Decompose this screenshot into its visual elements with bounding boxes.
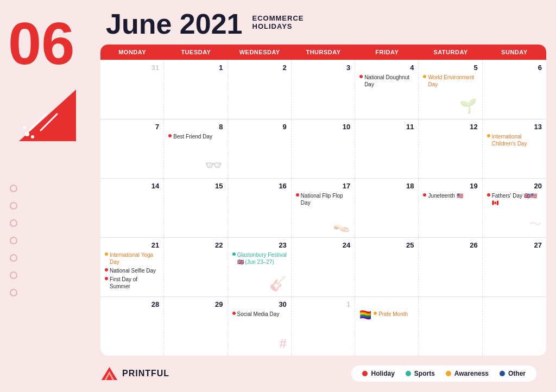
week-5: 28 29 30 Social Media Day # 1 bbox=[100, 296, 546, 356]
date-16: 16 bbox=[232, 182, 287, 190]
event-dot-flipflop bbox=[296, 193, 299, 197]
date-3: 3 bbox=[296, 64, 350, 72]
decorative-triangle bbox=[14, 84, 79, 144]
week-1: 31 1 2 3 4 National Doughnut Day bbox=[100, 60, 546, 119]
cell-26: 26 bbox=[419, 238, 482, 296]
month-title: June 2021 bbox=[106, 10, 243, 38]
cell-5: 5 World Environment Day 🌱 bbox=[419, 60, 482, 119]
event-text-juneteenth: Juneteenth 🇺🇸 bbox=[428, 192, 463, 199]
calendar-days-header: MONDAY TUESDAY WEDNESDAY THURSDAY FRIDAY… bbox=[100, 45, 546, 60]
date-28: 28 bbox=[105, 300, 159, 308]
date-22: 22 bbox=[168, 241, 223, 249]
cell-next-1: 1 bbox=[292, 297, 355, 356]
cell-pride: 🏳️‍🌈 Pride Month bbox=[355, 297, 419, 356]
printful-logo: PRINTFUL bbox=[100, 366, 169, 381]
cell-31: 31 bbox=[100, 60, 164, 119]
legend-dot-other bbox=[500, 371, 505, 376]
cell-3: 3 bbox=[292, 60, 355, 119]
header-thursday: THURSDAY bbox=[292, 45, 355, 60]
header-friday: FRIDAY bbox=[355, 45, 419, 60]
event-text-yoga: International Yoga Day bbox=[110, 251, 159, 265]
date-27: 27 bbox=[487, 241, 542, 249]
event-environment: World Environment Day bbox=[423, 74, 477, 88]
legend-label-other: Other bbox=[508, 370, 526, 377]
cell-22: 22 bbox=[164, 238, 228, 296]
date-11: 11 bbox=[359, 123, 414, 131]
subtitle-block: ECOMMERCE HOLIDAYS bbox=[252, 10, 304, 30]
event-dot-fathers bbox=[487, 193, 490, 197]
svg-point-5 bbox=[23, 127, 26, 129]
date-25: 25 bbox=[359, 241, 414, 249]
date-12: 12 bbox=[423, 123, 477, 131]
event-dot-bestfriend bbox=[168, 134, 172, 137]
event-dot-yoga bbox=[105, 252, 108, 256]
svg-point-3 bbox=[25, 132, 29, 136]
date-1: 1 bbox=[168, 64, 223, 72]
cell-23: 23 Glastonbury Festival 🇬🇧 (Jun 23–27) 🎸 bbox=[228, 238, 292, 296]
cell-10: 10 bbox=[292, 119, 355, 178]
cell-28: 28 bbox=[100, 297, 164, 356]
event-bestfriend: Best Friend Day bbox=[168, 133, 223, 140]
event-dot-socialmedia bbox=[232, 312, 236, 315]
event-juneteenth: Juneteenth 🇺🇸 bbox=[423, 192, 477, 199]
cell-12: 12 bbox=[419, 119, 482, 178]
footer: PRINTFUL Holiday Sports Awareness Other bbox=[100, 360, 546, 386]
date-6: 6 bbox=[487, 64, 542, 72]
legend-holiday: Holiday bbox=[362, 370, 394, 377]
event-text-bestfriend: Best Friend Day bbox=[173, 133, 212, 140]
cell-last-6 bbox=[419, 297, 482, 356]
cell-29: 29 bbox=[164, 297, 228, 356]
cell-24: 24 bbox=[292, 238, 355, 296]
legend: Holiday Sports Awareness Other bbox=[351, 365, 536, 382]
glasses-icon: 👓 bbox=[205, 157, 222, 174]
header-monday: MONDAY bbox=[100, 45, 164, 60]
date-17: 17 bbox=[296, 182, 350, 190]
event-summer: First Day of Summer bbox=[105, 276, 159, 290]
date-21: 21 bbox=[105, 241, 159, 249]
date-next-1: 1 bbox=[296, 300, 350, 308]
date-31: 31 bbox=[105, 64, 159, 72]
cell-7: 7 bbox=[100, 119, 164, 178]
event-dot-holiday bbox=[359, 75, 363, 78]
date-7: 7 bbox=[105, 123, 159, 131]
event-yoga: International Yoga Day bbox=[105, 251, 159, 265]
event-fathers: Fathers' Day 🇬🇧🇺🇸🇨🇦 bbox=[487, 192, 542, 206]
event-dot-childrens bbox=[487, 134, 490, 137]
calendar-header: June 2021 ECOMMERCE HOLIDAYS bbox=[100, 10, 546, 38]
legend-label-awareness: Awareness bbox=[454, 370, 489, 377]
header-saturday: SATURDAY bbox=[419, 45, 482, 60]
cell-25: 25 bbox=[355, 238, 419, 296]
event-pride: Pride Month bbox=[374, 311, 408, 318]
calendar-body: 31 1 2 3 4 National Doughnut Day bbox=[100, 60, 546, 356]
cell-13: 13 International Children's Day bbox=[483, 119, 546, 178]
date-15: 15 bbox=[168, 182, 223, 190]
date-8: 8 bbox=[168, 123, 223, 131]
cell-8: 8 Best Friend Day 👓 bbox=[164, 119, 228, 178]
header-tuesday: TUESDAY bbox=[164, 45, 228, 60]
date-24: 24 bbox=[296, 241, 350, 249]
event-text-pride: Pride Month bbox=[378, 311, 408, 318]
cell-2: 2 bbox=[228, 60, 292, 119]
event-text-socialmedia: Social Media Day bbox=[237, 311, 280, 318]
legend-dot-awareness bbox=[446, 371, 451, 376]
hashtag-icon: # bbox=[279, 336, 286, 351]
event-dot-summer bbox=[105, 277, 108, 280]
cell-21: 21 International Yoga Day National Selfi… bbox=[100, 238, 164, 296]
week-2: 7 8 Best Friend Day 👓 9 10 11 bbox=[100, 119, 546, 178]
plant-icon: 🌱 bbox=[459, 98, 477, 115]
event-dot-awareness bbox=[423, 75, 426, 78]
event-dot-glastonbury bbox=[232, 252, 236, 256]
date-14: 14 bbox=[105, 182, 159, 190]
pride-event: 🏳️‍🌈 Pride Month bbox=[359, 309, 414, 321]
dots-decoration bbox=[10, 185, 17, 296]
month-number: 06 bbox=[8, 14, 74, 73]
date-30: 30 bbox=[232, 300, 287, 308]
legend-label-sports: Sports bbox=[414, 370, 435, 377]
event-text-glastonbury: Glastonbury Festival 🇬🇧 (Jun 23–27) bbox=[237, 251, 287, 265]
cell-16: 16 bbox=[228, 179, 292, 237]
cell-14: 14 bbox=[100, 179, 164, 237]
cell-19: 19 Juneteenth 🇺🇸 bbox=[419, 179, 482, 237]
date-4: 4 bbox=[359, 64, 414, 72]
event-text-summer: First Day of Summer bbox=[110, 276, 159, 290]
cell-18: 18 bbox=[355, 179, 419, 237]
